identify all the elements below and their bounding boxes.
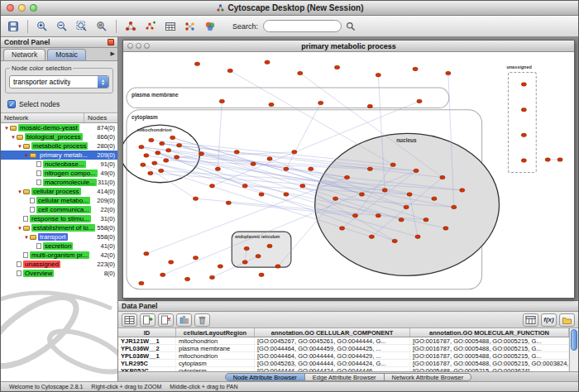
column-header[interactable]: annotation.GO MOLECULAR_FUNCTION <box>410 328 569 337</box>
cell-value[interactable]: [GO:0016787, GO:0005488, GO:0005215, GO:… <box>410 360 569 367</box>
tree-item-transport[interactable]: ▼transport558(0) <box>1 232 117 241</box>
expand-icon[interactable]: ▼ <box>17 226 23 231</box>
tab-node-attribute-browser[interactable]: Node Attribute Browser <box>225 373 305 381</box>
search-input[interactable] <box>263 20 342 32</box>
cell-value[interactable]: [GO:0045267, GO:0045261, GO:0044444, G..… <box>255 337 410 345</box>
cell-value[interactable]: [GO:0016787, GO:0005488, GO:0005215, G..… <box>410 352 569 360</box>
cell-value[interactable]: [GO:0044464, GO:0044444, GO:0044429, ... <box>255 352 410 360</box>
import-table-button[interactable] <box>523 313 538 327</box>
expand-icon[interactable]: ▼ <box>23 153 30 158</box>
formula-button[interactable]: f(x) <box>541 313 557 327</box>
tree-item-macromolecule[interactable]: macromolecule...311(0) <box>1 178 117 187</box>
tree-item-secretion[interactable]: secretion41(0) <box>1 241 117 251</box>
select-nodes-checkbox[interactable]: ✓ <box>7 100 16 108</box>
network-canvas[interactable]: plasma membranecytoplasmmitochondrionnuc… <box>123 52 574 298</box>
tree-item-label: primary metab... <box>38 151 89 159</box>
column-header[interactable]: annotation.GO CELLULAR_COMPONENT <box>255 328 410 337</box>
tab-network-attribute-browser[interactable]: Network Attribute Browser <box>385 373 472 381</box>
frame-maximize-button[interactable] <box>144 43 150 49</box>
cell-value[interactable]: [GO:0016787, GO:0005488, GO:0005215, G..… <box>410 345 569 352</box>
float-panel-button[interactable] <box>108 39 114 45</box>
tree-item-establishment-of-lo[interactable]: ▼establishment of lo...558(0) <box>1 223 117 232</box>
tree-item-multi-organism-pr[interactable]: multi-organism pr...42(0) <box>1 251 117 260</box>
zoom-selected-button[interactable] <box>93 17 111 35</box>
expand-icon[interactable]: ▼ <box>23 235 30 240</box>
tree-item-cellular-metabo[interactable]: cellular metabo...209(0) <box>1 196 117 205</box>
tab-edge-attribute-browser[interactable]: Edge Attribute Browser <box>305 373 385 381</box>
titlebar[interactable]: Cytoscape Desktop (New Session) <box>1 1 578 16</box>
column-header[interactable]: ID <box>118 328 176 337</box>
attribute-table: IDcellularLayoutRegionannotation.GO CELL… <box>118 328 569 371</box>
cell-value[interactable]: [GO:0044464, GO:0044459, GO:0044425, ... <box>255 345 410 352</box>
cell-value[interactable]: mitochondrion <box>176 352 255 360</box>
delete-attribute-button[interactable] <box>158 313 174 327</box>
tree-item-nitrogen-compo[interactable]: nitrogen compo...49(0) <box>1 169 117 178</box>
new-network-from-selection-button[interactable] <box>141 17 160 35</box>
frame-close-button[interactable] <box>127 43 133 49</box>
batch-folder-button[interactable] <box>559 313 575 327</box>
network-tree: ▼mosaic-demo-yeast874(0)▼biological_proc… <box>1 123 117 381</box>
select-nodes-row[interactable]: ✓ Select nodes <box>1 97 117 112</box>
table-view-button[interactable] <box>161 17 179 35</box>
tree-item-biological-process[interactable]: ▼biological_process866(0) <box>1 132 117 141</box>
tree-item-primary-metab[interactable]: ▼primary metab...209(0) <box>1 151 117 160</box>
column-header-network[interactable]: Network <box>1 113 84 122</box>
create-attribute-button[interactable] <box>140 313 156 327</box>
trash-icon <box>197 315 208 325</box>
column-header[interactable]: cellularLayoutRegion <box>176 328 255 337</box>
search-go-button[interactable] <box>343 17 358 35</box>
tree-item-unassigned[interactable]: unassigned223(0) <box>1 260 117 269</box>
expand-icon[interactable]: ▼ <box>17 144 23 149</box>
tab-network[interactable]: Network <box>3 49 45 60</box>
select-attributes-button[interactable] <box>122 313 137 327</box>
zoom-window-button[interactable] <box>30 4 37 12</box>
cell-value[interactable]: plasma membrane <box>176 345 255 352</box>
tree-item-label: Overview <box>23 270 54 277</box>
tree-item-label: mosaic-demo-yeast <box>18 124 79 131</box>
cell-value[interactable]: [GO:0045263, GO:0044444, GO:0044424, G..… <box>255 360 410 367</box>
table-icon <box>165 21 176 32</box>
document-icon <box>30 207 35 213</box>
modify-attribute-button[interactable] <box>176 313 192 327</box>
cell-id[interactable]: YJR121W__1 <box>118 337 176 345</box>
scrollbar-thumb[interactable] <box>571 329 577 351</box>
cell-id[interactable]: YPL036W__2 <box>118 345 176 352</box>
zoom-fit-button[interactable] <box>73 17 91 35</box>
vizmapper-button[interactable] <box>201 17 219 35</box>
search-go-icon <box>346 22 356 31</box>
hide-selected-button[interactable] <box>122 17 140 35</box>
expand-icon[interactable]: ▼ <box>17 189 23 194</box>
tree-item-cell-communica[interactable]: cell communica...22(0) <box>1 205 117 214</box>
tree-item-overview[interactable]: Overview8(0) <box>1 269 117 278</box>
network-graph[interactable]: plasma membranecytoplasmmitochondrionnuc… <box>123 52 574 298</box>
cell-value[interactable]: mitochondrion <box>176 337 255 345</box>
cell-value[interactable]: [GO:0016787, GO:0005488, GO:0005215, G..… <box>410 337 569 345</box>
node-color-dropdown[interactable]: transporter activity ▲▼ <box>9 75 109 88</box>
cell-id[interactable]: YLR295C <box>118 360 176 367</box>
tree-item-metabolic-process[interactable]: ▼metabolic process280(0) <box>1 141 117 151</box>
svg-text:mitochondrion: mitochondrion <box>137 127 172 132</box>
delete-row-button[interactable] <box>194 313 210 327</box>
first-neighbors-button[interactable] <box>181 17 199 35</box>
tab-scroll-right-icon[interactable]: ▶ <box>111 50 115 57</box>
cell-value[interactable]: cytoplasm <box>176 360 255 367</box>
column-header-nodes[interactable]: Nodes <box>84 113 117 122</box>
frame-minimize-button[interactable] <box>136 43 141 49</box>
cell-id[interactable]: YPL036W__1 <box>118 352 176 360</box>
network-view-frame[interactable]: primary metabolic process plasma membran… <box>122 40 575 299</box>
table-scrollbar[interactable] <box>569 328 578 371</box>
zoom-out-button[interactable] <box>53 17 71 35</box>
network-view-titlebar[interactable]: primary metabolic process <box>123 41 574 52</box>
tree-item-response-to-stimu[interactable]: response to stimu...31(0) <box>1 214 117 223</box>
tree-item-cellular-process[interactable]: ▼cellular process414(0) <box>1 187 117 196</box>
zoom-in-button[interactable] <box>33 17 51 35</box>
expand-icon[interactable]: ▼ <box>10 135 17 140</box>
tree-item-nucleobase[interactable]: nucleobase...91(0) <box>1 160 117 169</box>
tab-mosaic[interactable]: Mosaic <box>47 49 86 60</box>
close-window-button[interactable] <box>7 4 14 12</box>
tree-column-headers: Network Nodes <box>1 112 117 123</box>
save-button[interactable] <box>4 17 22 35</box>
minimize-window-button[interactable] <box>18 4 26 12</box>
expand-icon[interactable]: ▼ <box>3 126 10 131</box>
tree-item-mosaic-demo-yeast[interactable]: ▼mosaic-demo-yeast874(0) <box>1 123 117 132</box>
